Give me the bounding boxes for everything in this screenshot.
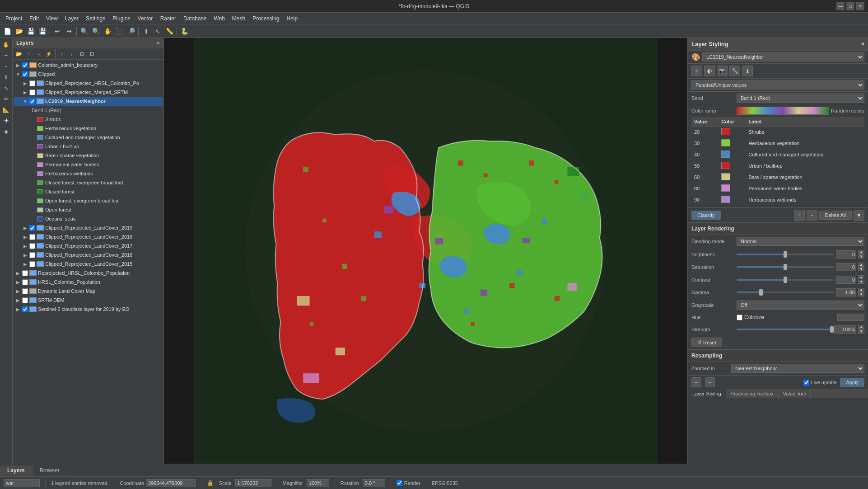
menu-vector[interactable]: Vector xyxy=(134,14,157,23)
layer-item-colombo-admin[interactable]: ▶ Colombo_admin_boundary xyxy=(14,61,163,70)
layers-panel-controls[interactable]: ✕ xyxy=(156,41,160,46)
close-button[interactable]: ✕ xyxy=(856,2,864,10)
color-cell[interactable] xyxy=(719,127,746,138)
reset-button[interactable]: ↺ Reset xyxy=(691,338,722,347)
strength-down[interactable]: ▼ xyxy=(858,329,864,334)
menu-settings[interactable]: Settings xyxy=(82,14,109,23)
table-row[interactable]: 20 Shrubs xyxy=(691,127,864,138)
gamma-down[interactable]: ▼ xyxy=(858,292,864,296)
layer-item-clipped-group[interactable]: ▼ Clipped xyxy=(14,70,163,79)
strength-input[interactable] xyxy=(834,325,856,334)
tab-layers[interactable]: Layers xyxy=(0,465,33,475)
search-input[interactable] xyxy=(4,479,40,487)
color-cell[interactable] xyxy=(719,183,746,194)
slider-thumb[interactable] xyxy=(784,264,787,270)
remove-layer-btn[interactable]: - xyxy=(34,49,43,58)
table-row[interactable]: 90 Herbaceous wetlands xyxy=(691,194,864,206)
saturation-input[interactable] xyxy=(836,263,856,271)
add-class-btn[interactable]: + xyxy=(794,210,805,221)
layer-item-reproj-hrsl[interactable]: ▶ Reprojected_HRSL_Colombo_Population xyxy=(14,268,163,277)
zoom-in-btn[interactable]: 🔍 xyxy=(79,26,89,37)
gamma-input[interactable] xyxy=(836,288,856,296)
menu-web[interactable]: Web xyxy=(210,14,228,23)
saturation-down[interactable]: ▼ xyxy=(858,267,864,271)
layer-checkbox[interactable] xyxy=(29,261,35,267)
tab-value-tool[interactable]: Value Tool xyxy=(779,389,811,398)
menu-database[interactable]: Database xyxy=(180,14,210,23)
back-btn[interactable]: ← xyxy=(691,377,701,387)
tab-processing-toolbox[interactable]: Processing Toolbox xyxy=(726,389,779,398)
layer-item-sentinel2[interactable]: ▶ Sentinel-2 cloudless layer for 2019 by… xyxy=(14,305,163,314)
color-swatch[interactable] xyxy=(721,184,730,192)
color-swatch[interactable] xyxy=(721,162,730,169)
layer-item-lc2019-nn[interactable]: ▼ LC2019_NearestNeighbor xyxy=(14,97,163,106)
menu-view[interactable]: View xyxy=(42,14,61,23)
table-row[interactable]: 40 Cultured and managed vegetation xyxy=(691,149,864,160)
delete-all-button[interactable]: Delete All xyxy=(819,211,852,220)
scale-input[interactable] xyxy=(235,479,271,487)
tab-layer-styling[interactable]: Layer Styling xyxy=(688,389,726,398)
layer-checkbox[interactable] xyxy=(29,252,35,258)
style-icon-5[interactable]: ℹ xyxy=(742,66,753,76)
saturation-up[interactable]: ▲ xyxy=(858,263,864,267)
layer-item-hrsl-pop[interactable]: ▶ HRSL_Colombo_Population xyxy=(14,277,163,287)
layer-checkbox[interactable] xyxy=(22,306,28,312)
color-cell[interactable] xyxy=(719,149,746,160)
coordinate-input[interactable] xyxy=(146,479,196,487)
pan-tool[interactable]: ✋ xyxy=(1,40,11,50)
zoom-in-tool[interactable]: + xyxy=(1,51,11,61)
live-update-checkbox[interactable] xyxy=(803,380,809,386)
table-row[interactable]: 60 Bare / sparse vegetation xyxy=(691,172,864,183)
layer-checkbox[interactable] xyxy=(29,89,35,95)
contrast-input[interactable] xyxy=(836,276,856,284)
table-row[interactable]: 50 Urban / built-up xyxy=(691,160,864,172)
gamma-slider[interactable] xyxy=(737,289,834,296)
slider-thumb[interactable] xyxy=(784,277,787,283)
brightness-slider[interactable] xyxy=(737,251,834,258)
pan-btn[interactable]: ✋ xyxy=(102,26,113,37)
layer-item-merged-srtm[interactable]: ▶ Clipped_Reprojected_Merged_SRTM xyxy=(14,88,163,97)
layer-checkbox[interactable] xyxy=(29,225,35,231)
render-checkbox[interactable] xyxy=(397,480,402,486)
color-swatch[interactable] xyxy=(721,128,730,135)
more-options-btn[interactable]: ▼ xyxy=(854,210,864,221)
color-swatch[interactable] xyxy=(721,150,730,158)
menu-project[interactable]: Project xyxy=(2,14,26,23)
zoom-selection-btn[interactable]: 🔎 xyxy=(126,26,136,37)
zoomed-in-select[interactable]: Nearest Neighbour xyxy=(731,364,864,373)
zoom-out-btn[interactable]: 🔍 xyxy=(90,26,101,37)
layer-item-lc2017[interactable]: ▶ Clipped_Reprojected_LandCover_2017 xyxy=(14,241,163,250)
maximize-button[interactable]: □ xyxy=(846,2,854,10)
layer-down-btn[interactable]: ↓ xyxy=(67,49,76,58)
band-select[interactable]: Band 1 (Red) xyxy=(737,94,864,103)
layer-up-btn[interactable]: ↑ xyxy=(57,49,66,58)
blending-select[interactable]: Normal xyxy=(737,237,864,246)
brightness-input[interactable] xyxy=(836,250,856,259)
menu-plugins[interactable]: Plugins xyxy=(109,14,134,23)
menu-mesh[interactable]: Mesh xyxy=(229,14,249,23)
map-canvas[interactable] xyxy=(164,38,687,464)
color-ramp-preview[interactable] xyxy=(737,107,829,115)
style-icon-1[interactable]: ≡ xyxy=(691,66,702,76)
style-icon-4[interactable]: 🔧 xyxy=(729,66,740,76)
layer-item-lc2018[interactable]: ▶ Clipped_Reprojected_LandCover_2018 xyxy=(14,232,163,241)
saturation-slider[interactable] xyxy=(737,264,834,270)
rotation-input[interactable] xyxy=(363,479,385,487)
renderer-select[interactable]: Paletted/Unique values xyxy=(691,80,864,89)
style-icon-2[interactable]: ◐ xyxy=(704,66,715,76)
add-layer-btn[interactable]: + xyxy=(24,49,33,58)
menu-edit[interactable]: Edit xyxy=(26,14,42,23)
brightness-down[interactable]: ▼ xyxy=(858,254,864,259)
tab-browser[interactable]: Browser xyxy=(33,465,67,475)
minimize-button[interactable]: — xyxy=(836,2,845,10)
layer-name-select[interactable]: LC2019_NearestNeighbor xyxy=(702,52,864,61)
layer-checkbox[interactable] xyxy=(22,279,28,285)
layer-checkbox[interactable] xyxy=(22,71,28,77)
color-cell[interactable] xyxy=(719,138,746,149)
layer-item-hrsl-pc[interactable]: ▶ Clipped_Reprojected_HRSL_Colombo_Po xyxy=(14,79,163,88)
save-btn[interactable]: 💾 xyxy=(25,26,36,37)
layer-checkbox[interactable] xyxy=(22,288,28,294)
epsg-label[interactable]: EPSG:5235 xyxy=(432,480,458,486)
layer-checkbox[interactable] xyxy=(29,80,35,86)
forward-btn[interactable]: → xyxy=(705,377,715,387)
